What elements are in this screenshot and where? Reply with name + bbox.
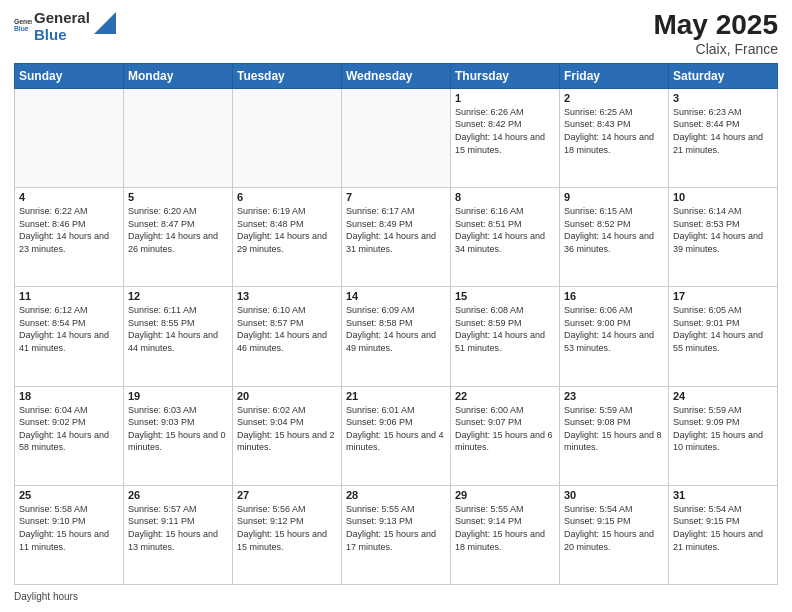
- day-number: 19: [128, 390, 228, 402]
- day-number: 5: [128, 191, 228, 203]
- svg-text:General: General: [14, 18, 32, 25]
- title-month: May 2025: [653, 10, 778, 41]
- day-info: Sunrise: 6:23 AMSunset: 8:44 PMDaylight:…: [673, 106, 773, 156]
- day-number: 22: [455, 390, 555, 402]
- day-number: 30: [564, 489, 664, 501]
- logo-triangle-icon: [94, 12, 116, 34]
- calendar-cell: 18Sunrise: 6:04 AMSunset: 9:02 PMDayligh…: [15, 386, 124, 485]
- calendar-header-thursday: Thursday: [451, 63, 560, 88]
- logo-general-text: General: [34, 10, 90, 27]
- day-number: 2: [564, 92, 664, 104]
- day-number: 12: [128, 290, 228, 302]
- calendar-header-saturday: Saturday: [669, 63, 778, 88]
- calendar-cell: 4Sunrise: 6:22 AMSunset: 8:46 PMDaylight…: [15, 188, 124, 287]
- calendar-cell: 1Sunrise: 6:26 AMSunset: 8:42 PMDaylight…: [451, 88, 560, 187]
- day-info: Sunrise: 6:14 AMSunset: 8:53 PMDaylight:…: [673, 205, 773, 255]
- calendar-cell: 2Sunrise: 6:25 AMSunset: 8:43 PMDaylight…: [560, 88, 669, 187]
- day-info: Sunrise: 6:00 AMSunset: 9:07 PMDaylight:…: [455, 404, 555, 454]
- day-number: 7: [346, 191, 446, 203]
- day-number: 27: [237, 489, 337, 501]
- calendar-cell: 25Sunrise: 5:58 AMSunset: 9:10 PMDayligh…: [15, 485, 124, 584]
- calendar-cell: 31Sunrise: 5:54 AMSunset: 9:15 PMDayligh…: [669, 485, 778, 584]
- calendar-cell: [15, 88, 124, 187]
- calendar-week-row: 11Sunrise: 6:12 AMSunset: 8:54 PMDayligh…: [15, 287, 778, 386]
- calendar-cell: 24Sunrise: 5:59 AMSunset: 9:09 PMDayligh…: [669, 386, 778, 485]
- daylight-label: Daylight hours: [14, 591, 78, 602]
- day-number: 24: [673, 390, 773, 402]
- title-block: May 2025 Claix, France: [653, 10, 778, 57]
- calendar-week-row: 18Sunrise: 6:04 AMSunset: 9:02 PMDayligh…: [15, 386, 778, 485]
- day-info: Sunrise: 5:55 AMSunset: 9:14 PMDaylight:…: [455, 503, 555, 553]
- calendar-cell: 26Sunrise: 5:57 AMSunset: 9:11 PMDayligh…: [124, 485, 233, 584]
- day-number: 29: [455, 489, 555, 501]
- footer: Daylight hours: [14, 591, 778, 602]
- day-info: Sunrise: 6:16 AMSunset: 8:51 PMDaylight:…: [455, 205, 555, 255]
- day-info: Sunrise: 6:02 AMSunset: 9:04 PMDaylight:…: [237, 404, 337, 454]
- day-info: Sunrise: 6:25 AMSunset: 8:43 PMDaylight:…: [564, 106, 664, 156]
- day-info: Sunrise: 5:59 AMSunset: 9:08 PMDaylight:…: [564, 404, 664, 454]
- calendar-cell: 13Sunrise: 6:10 AMSunset: 8:57 PMDayligh…: [233, 287, 342, 386]
- calendar-cell: 23Sunrise: 5:59 AMSunset: 9:08 PMDayligh…: [560, 386, 669, 485]
- day-info: Sunrise: 6:15 AMSunset: 8:52 PMDaylight:…: [564, 205, 664, 255]
- calendar-cell: 17Sunrise: 6:05 AMSunset: 9:01 PMDayligh…: [669, 287, 778, 386]
- day-number: 9: [564, 191, 664, 203]
- calendar-cell: 16Sunrise: 6:06 AMSunset: 9:00 PMDayligh…: [560, 287, 669, 386]
- day-number: 26: [128, 489, 228, 501]
- calendar-cell: 3Sunrise: 6:23 AMSunset: 8:44 PMDaylight…: [669, 88, 778, 187]
- calendar-cell: 27Sunrise: 5:56 AMSunset: 9:12 PMDayligh…: [233, 485, 342, 584]
- calendar-cell: 10Sunrise: 6:14 AMSunset: 8:53 PMDayligh…: [669, 188, 778, 287]
- day-info: Sunrise: 6:20 AMSunset: 8:47 PMDaylight:…: [128, 205, 228, 255]
- logo-blue-text: Blue: [34, 27, 90, 44]
- day-info: Sunrise: 6:05 AMSunset: 9:01 PMDaylight:…: [673, 304, 773, 354]
- calendar-table: SundayMondayTuesdayWednesdayThursdayFrid…: [14, 63, 778, 585]
- calendar-cell: [124, 88, 233, 187]
- day-number: 17: [673, 290, 773, 302]
- day-number: 14: [346, 290, 446, 302]
- day-info: Sunrise: 5:57 AMSunset: 9:11 PMDaylight:…: [128, 503, 228, 553]
- day-info: Sunrise: 5:59 AMSunset: 9:09 PMDaylight:…: [673, 404, 773, 454]
- logo-block: General Blue: [14, 16, 32, 38]
- calendar-header-sunday: Sunday: [15, 63, 124, 88]
- calendar-cell: 14Sunrise: 6:09 AMSunset: 8:58 PMDayligh…: [342, 287, 451, 386]
- calendar-cell: 21Sunrise: 6:01 AMSunset: 9:06 PMDayligh…: [342, 386, 451, 485]
- svg-text:Blue: Blue: [14, 25, 29, 32]
- day-info: Sunrise: 6:17 AMSunset: 8:49 PMDaylight:…: [346, 205, 446, 255]
- calendar-header-monday: Monday: [124, 63, 233, 88]
- day-info: Sunrise: 5:54 AMSunset: 9:15 PMDaylight:…: [673, 503, 773, 553]
- logo-icon: General Blue: [14, 16, 32, 34]
- day-number: 10: [673, 191, 773, 203]
- page: General Blue General Blue May 2025 Claix…: [0, 0, 792, 612]
- day-number: 21: [346, 390, 446, 402]
- calendar-cell: 28Sunrise: 5:55 AMSunset: 9:13 PMDayligh…: [342, 485, 451, 584]
- calendar-cell: 9Sunrise: 6:15 AMSunset: 8:52 PMDaylight…: [560, 188, 669, 287]
- header: General Blue General Blue May 2025 Claix…: [14, 10, 778, 57]
- day-info: Sunrise: 6:12 AMSunset: 8:54 PMDaylight:…: [19, 304, 119, 354]
- day-number: 16: [564, 290, 664, 302]
- calendar-cell: 6Sunrise: 6:19 AMSunset: 8:48 PMDaylight…: [233, 188, 342, 287]
- day-number: 25: [19, 489, 119, 501]
- day-info: Sunrise: 6:22 AMSunset: 8:46 PMDaylight:…: [19, 205, 119, 255]
- day-info: Sunrise: 6:11 AMSunset: 8:55 PMDaylight:…: [128, 304, 228, 354]
- calendar-cell: [233, 88, 342, 187]
- day-number: 8: [455, 191, 555, 203]
- day-number: 28: [346, 489, 446, 501]
- calendar-cell: 15Sunrise: 6:08 AMSunset: 8:59 PMDayligh…: [451, 287, 560, 386]
- calendar-cell: 5Sunrise: 6:20 AMSunset: 8:47 PMDaylight…: [124, 188, 233, 287]
- day-info: Sunrise: 5:55 AMSunset: 9:13 PMDaylight:…: [346, 503, 446, 553]
- day-info: Sunrise: 6:10 AMSunset: 8:57 PMDaylight:…: [237, 304, 337, 354]
- calendar-week-row: 25Sunrise: 5:58 AMSunset: 9:10 PMDayligh…: [15, 485, 778, 584]
- day-number: 20: [237, 390, 337, 402]
- calendar-cell: 22Sunrise: 6:00 AMSunset: 9:07 PMDayligh…: [451, 386, 560, 485]
- calendar-cell: 19Sunrise: 6:03 AMSunset: 9:03 PMDayligh…: [124, 386, 233, 485]
- day-number: 1: [455, 92, 555, 104]
- calendar-cell: 12Sunrise: 6:11 AMSunset: 8:55 PMDayligh…: [124, 287, 233, 386]
- calendar-header-friday: Friday: [560, 63, 669, 88]
- day-info: Sunrise: 6:19 AMSunset: 8:48 PMDaylight:…: [237, 205, 337, 255]
- day-info: Sunrise: 5:58 AMSunset: 9:10 PMDaylight:…: [19, 503, 119, 553]
- day-info: Sunrise: 5:56 AMSunset: 9:12 PMDaylight:…: [237, 503, 337, 553]
- day-number: 11: [19, 290, 119, 302]
- day-number: 31: [673, 489, 773, 501]
- day-number: 15: [455, 290, 555, 302]
- calendar-header-tuesday: Tuesday: [233, 63, 342, 88]
- day-info: Sunrise: 6:06 AMSunset: 9:00 PMDaylight:…: [564, 304, 664, 354]
